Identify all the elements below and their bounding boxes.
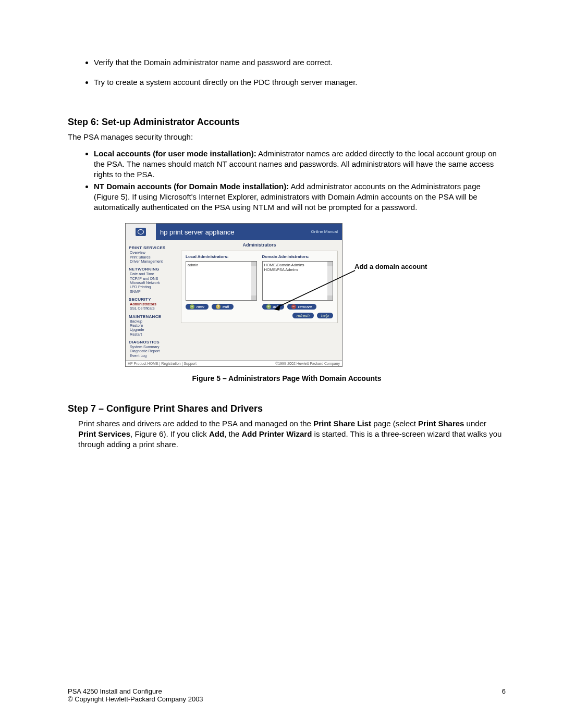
list-item[interactable]: admin — [188, 263, 250, 267]
sidebar-item-snmp[interactable]: SNMP — [130, 290, 175, 294]
page-footer: PSA 4250 Install and Configure © Copyrig… — [68, 687, 506, 703]
sidebar: PRINT SERVICES Overview Print Shares Dri… — [126, 240, 177, 360]
refresh-button[interactable]: refresh — [292, 313, 314, 318]
item-lead: Local accounts (for user mode installati… — [94, 149, 256, 158]
main-content: Administrators Local Administrators: adm… — [177, 240, 342, 360]
sidebar-group: DIAGNOSTICS — [129, 340, 175, 344]
footer-copyright: ©1999-2002 Hewlett-Packard Company — [275, 362, 340, 365]
app-title: hp print server appliance — [156, 228, 311, 236]
hp-logo-box — [126, 224, 156, 240]
sidebar-group: PRINT SERVICES — [129, 245, 175, 250]
item-lead: NT Domain accounts (for Domain Mode inst… — [94, 182, 289, 191]
top-bullet-list: Verify that the Domain administrator nam… — [94, 57, 506, 88]
app-footer: HP Product HOME | Registration | Support… — [126, 360, 342, 366]
plus-icon: + — [266, 304, 271, 309]
question-icon: ? — [216, 304, 221, 309]
edit-button[interactable]: ?edit — [212, 304, 234, 310]
footer-copyright: © Copyright Hewlett-Packard Company 2003 — [68, 695, 203, 703]
step6-item: NT Domain accounts (for Domain Mode inst… — [94, 181, 506, 213]
new-button[interactable]: +new — [186, 304, 209, 310]
screenshot-admins-page: hp print server appliance Online Manual … — [125, 223, 342, 367]
page-number: 6 — [502, 687, 506, 703]
annotation-label: Add a domain account — [354, 263, 427, 270]
sidebar-group: MAINTENANCE — [129, 314, 175, 319]
scrollbar-icon[interactable] — [327, 262, 333, 300]
footer-doc-title: PSA 4250 Install and Configure — [68, 687, 203, 695]
step6-heading: Step 6: Set-up Administrator Accounts — [68, 117, 506, 128]
step7-heading: Step 7 – Configure Print Shares and Driv… — [68, 403, 506, 414]
list-item[interactable]: HOME\PSA Admins — [264, 267, 326, 272]
bullet-item: Verify that the Domain administrator nam… — [94, 57, 506, 68]
sidebar-item-ssl-cert[interactable]: SSL Certificate — [130, 306, 175, 311]
app-header: hp print server appliance Online Manual — [126, 224, 342, 240]
sidebar-item-restart[interactable]: Restart — [130, 332, 175, 337]
online-manual-link[interactable]: Online Manual — [311, 230, 342, 235]
plus-icon: + — [190, 304, 194, 309]
help-button[interactable]: help — [317, 313, 333, 318]
sidebar-item-event-log[interactable]: Event Log — [130, 354, 175, 358]
minus-icon: − — [291, 304, 296, 309]
domain-admins-label: Domain Administrators: — [262, 254, 334, 259]
local-admins-label: Local Administrators: — [186, 254, 257, 259]
local-admins-listbox[interactable]: admin — [186, 261, 257, 301]
domain-admins-listbox[interactable]: HOME\Domain Admins HOME\PSA Admins — [262, 261, 334, 301]
step6-intro: The PSA manages security through: — [68, 132, 506, 142]
add-button[interactable]: +add — [262, 304, 284, 310]
admins-panel: Local Administrators: admin +new ?ed — [181, 251, 338, 323]
hp-logo-icon — [136, 228, 146, 236]
list-item[interactable]: HOME\Domain Admins — [264, 263, 326, 267]
remove-button[interactable]: −remove — [287, 304, 316, 310]
page-title: Administrators — [181, 242, 338, 248]
step7-body: Print shares and drivers are added to th… — [78, 418, 506, 450]
scrollbar-icon[interactable] — [251, 262, 256, 300]
sidebar-group: SECURITY — [129, 297, 175, 302]
bullet-item: Try to create a system account directly … — [94, 77, 506, 88]
sidebar-group: NETWORKING — [129, 267, 175, 272]
step6-item: Local accounts (for user mode installati… — [94, 149, 506, 180]
sidebar-item-driver-mgmt[interactable]: Driver Management — [130, 260, 175, 264]
figure5: hp print server appliance Online Manual … — [125, 223, 448, 367]
step6-list: Local accounts (for user mode installati… — [94, 149, 506, 213]
footer-links[interactable]: HP Product HOME | Registration | Support — [128, 362, 197, 365]
figure5-caption: Figure 5 – Administrators Page With Doma… — [68, 374, 506, 382]
